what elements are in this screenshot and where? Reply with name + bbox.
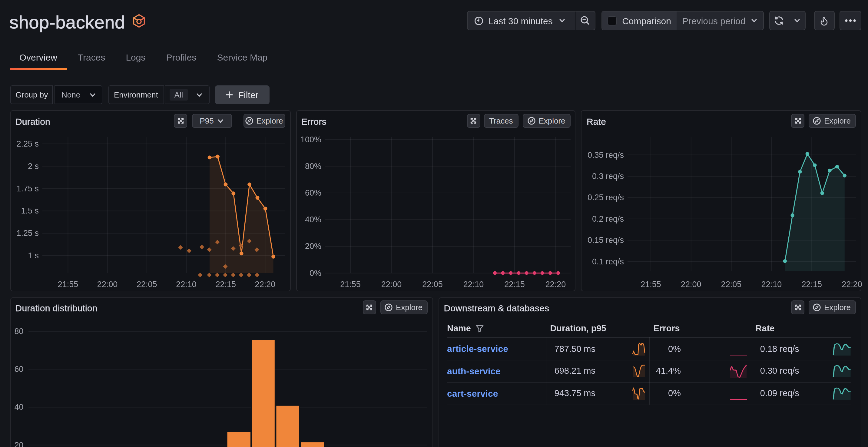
svg-text:22:20: 22:20 [255,280,276,289]
svg-text:22:00: 22:00 [97,280,118,289]
svg-text:100%: 100% [300,135,321,144]
svg-text:0.15 req/s: 0.15 req/s [588,235,624,245]
svg-text:0.1 req/s: 0.1 req/s [592,257,624,266]
svg-text:22:10: 22:10 [762,280,782,289]
svg-text:22:20: 22:20 [545,280,566,289]
svg-text:1.5 s: 1.5 s [21,206,39,215]
svg-text:22:05: 22:05 [422,280,442,289]
svg-text:22:00: 22:00 [681,280,702,289]
svg-text:80%: 80% [305,161,321,170]
svg-text:1.25 s: 1.25 s [17,228,39,237]
svg-text:0.25 req/s: 0.25 req/s [588,193,624,202]
svg-text:80: 80 [14,327,24,336]
svg-text:20: 20 [14,441,24,447]
svg-text:60: 60 [14,364,24,374]
svg-text:60%: 60% [305,188,321,197]
svg-text:22:00: 22:00 [381,280,402,289]
svg-text:0.2 req/s: 0.2 req/s [592,214,624,223]
svg-text:21:55: 21:55 [340,280,361,289]
svg-text:2 s: 2 s [28,161,39,170]
svg-text:40%: 40% [305,215,321,224]
svg-text:0.3 req/s: 0.3 req/s [592,171,624,181]
svg-text:22:20: 22:20 [842,280,862,289]
svg-text:22:05: 22:05 [721,280,742,289]
svg-text:22:10: 22:10 [463,280,484,289]
svg-text:0%: 0% [309,268,321,278]
svg-text:21:55: 21:55 [641,280,661,289]
svg-text:20%: 20% [305,242,321,251]
svg-text:22:10: 22:10 [176,280,196,289]
svg-text:1.75 s: 1.75 s [17,184,39,193]
svg-text:22:15: 22:15 [504,280,525,289]
svg-text:22:15: 22:15 [801,280,822,289]
svg-text:0.35 req/s: 0.35 req/s [588,150,624,159]
svg-text:22:05: 22:05 [136,280,157,289]
svg-text:2.25 s: 2.25 s [17,139,39,148]
svg-text:21:55: 21:55 [58,280,79,289]
svg-text:40: 40 [14,403,24,412]
svg-text:22:15: 22:15 [215,280,236,289]
svg-text:1 s: 1 s [28,251,39,260]
